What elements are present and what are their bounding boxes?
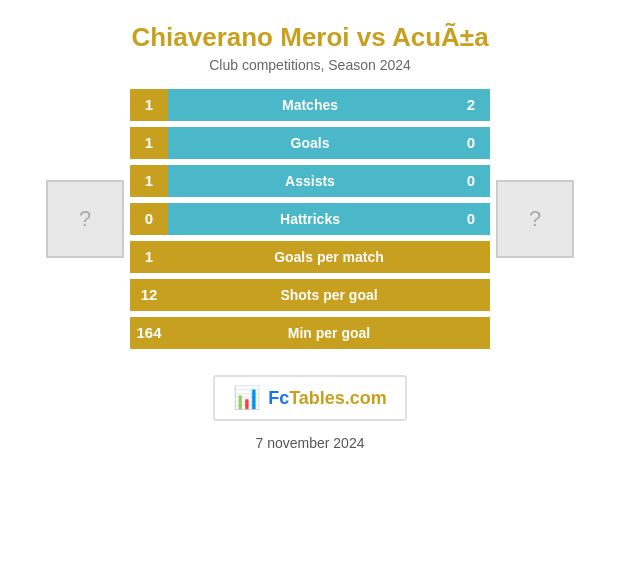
player-right-photo: ?	[490, 180, 580, 258]
player-left-placeholder: ?	[79, 206, 91, 232]
stat-right-assists: 0	[452, 165, 490, 197]
stat-left-assists: 1	[130, 165, 168, 197]
page-title: Chiaverano Meroi vs AcuÃ±a	[131, 22, 488, 53]
stat-left-shots-per-goal: 12	[130, 279, 168, 311]
stat-label-goals: Goals	[168, 127, 452, 159]
stat-left-goals-per-match: 1	[130, 241, 168, 273]
stat-row-assists: 1Assists0	[130, 165, 490, 197]
stat-row-hattricks: 0Hattricks0	[130, 203, 490, 235]
stat-left-hattricks: 0	[130, 203, 168, 235]
stat-label-min-per-goal: Min per goal	[168, 317, 490, 349]
logo-icon: 📊	[233, 385, 260, 411]
stat-label-matches: Matches	[168, 89, 452, 121]
stat-row-shots-per-goal: 12Shots per goal	[130, 279, 490, 311]
stats-container: 1Matches21Goals01Assists00Hattricks01Goa…	[130, 89, 490, 349]
player-left-image: ?	[46, 180, 124, 258]
stat-right-goals: 0	[452, 127, 490, 159]
page-header: Chiaverano Meroi vs AcuÃ±a Club competit…	[111, 0, 508, 79]
stat-right-hattricks: 0	[452, 203, 490, 235]
stat-row-goals: 1Goals0	[130, 127, 490, 159]
player-right-placeholder: ?	[529, 206, 541, 232]
player-left-photo: ?	[40, 180, 130, 258]
stat-row-min-per-goal: 164Min per goal	[130, 317, 490, 349]
stat-label-goals-per-match: Goals per match	[168, 241, 490, 273]
stat-label-assists: Assists	[168, 165, 452, 197]
stat-left-matches: 1	[130, 89, 168, 121]
footer-date: 7 november 2024	[256, 435, 365, 451]
stat-row-matches: 1Matches2	[130, 89, 490, 121]
content-area: ? 1Matches21Goals01Assists00Hattricks01G…	[0, 79, 620, 359]
stat-label-hattricks: Hattricks	[168, 203, 452, 235]
stat-left-goals: 1	[130, 127, 168, 159]
player-right-image: ?	[496, 180, 574, 258]
stat-left-min-per-goal: 164	[130, 317, 168, 349]
logo-area[interactable]: 📊 FcTables.com	[213, 375, 407, 421]
stat-right-matches: 2	[452, 89, 490, 121]
logo-text: FcTables.com	[268, 388, 387, 409]
stat-label-shots-per-goal: Shots per goal	[168, 279, 490, 311]
logo-box[interactable]: 📊 FcTables.com	[213, 375, 407, 421]
page-subtitle: Club competitions, Season 2024	[131, 57, 488, 73]
stat-row-goals-per-match: 1Goals per match	[130, 241, 490, 273]
